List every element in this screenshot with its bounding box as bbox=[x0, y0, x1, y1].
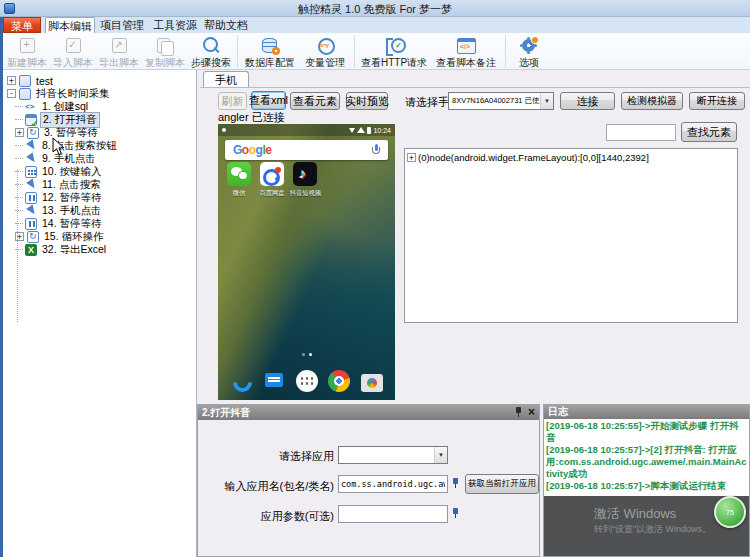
douyin-app-icon[interactable] bbox=[293, 162, 317, 186]
app-name-input[interactable] bbox=[338, 475, 448, 493]
node-item[interactable]: + (0)node(android.widget.FrameLayout):[0… bbox=[407, 152, 735, 163]
refresh-button[interactable]: 刷新 bbox=[218, 92, 247, 110]
douyin-app[interactable]: 抖音短视频 bbox=[288, 162, 322, 198]
find-element-button[interactable]: 查找元素 bbox=[681, 122, 737, 142]
collapse-icon[interactable]: - bbox=[7, 89, 16, 98]
location-icon bbox=[349, 128, 355, 133]
menu-button[interactable]: 菜单 bbox=[3, 17, 41, 33]
click-icon bbox=[25, 140, 37, 152]
expand-icon[interactable]: + bbox=[7, 76, 16, 85]
disconnect-button[interactable]: 断开连接 bbox=[689, 92, 745, 110]
google-logo: Google bbox=[233, 143, 271, 157]
cursor-icon bbox=[52, 137, 65, 156]
import-script-icon bbox=[62, 36, 84, 55]
log-list[interactable]: [2019-06-18 10:25:55]->开始测试步骤 打开抖音 [2019… bbox=[544, 419, 749, 496]
dock-app-drawer-icon[interactable] bbox=[296, 370, 318, 392]
tree-item-create-sql[interactable]: 1. 创建sql bbox=[7, 100, 196, 113]
dock-chrome-icon[interactable] bbox=[328, 370, 350, 392]
export-script-icon bbox=[108, 36, 130, 55]
element-search-input[interactable] bbox=[606, 124, 676, 141]
loop-icon bbox=[27, 127, 39, 139]
toolbar-separator bbox=[354, 35, 355, 67]
script-folder-icon bbox=[19, 88, 31, 100]
detect-emulator-button[interactable]: 检测模拟器 bbox=[621, 92, 683, 110]
tree-item-pause-wait-3[interactable]: + 3. 暂停等待 bbox=[7, 126, 196, 139]
toolbar: 新建脚本 导入脚本 导出脚本 复制脚本 步骤搜索 数据库配置 变量管理 查看HT… bbox=[0, 33, 750, 70]
view-http-button[interactable]: 查看HTTP请求 bbox=[358, 33, 430, 69]
activation-watermark-title: 激活 Windows bbox=[594, 505, 676, 523]
open-app-icon bbox=[25, 114, 37, 126]
mic-icon[interactable] bbox=[372, 144, 380, 156]
http-check-icon bbox=[383, 36, 405, 55]
view-xml-button[interactable]: 查看xml bbox=[251, 91, 286, 110]
variable-manage-button[interactable]: 变量管理 bbox=[299, 33, 351, 69]
connect-button[interactable]: 连接 bbox=[560, 92, 615, 110]
tree-item-test[interactable]: + test bbox=[7, 74, 196, 87]
step-panel-title: 2.打开抖音 bbox=[202, 405, 250, 420]
import-script-button[interactable]: 导入脚本 bbox=[50, 33, 96, 69]
options-button[interactable]: 选项 bbox=[509, 33, 549, 69]
baidu-netdisk-app[interactable]: 百度网盘 bbox=[255, 162, 289, 198]
app-select[interactable]: ▼ bbox=[338, 446, 448, 464]
tree-item-export-excel-32[interactable]: 32. 导出Excel bbox=[7, 243, 196, 256]
tree-item-pause-wait-12[interactable]: 12. 暂停等待 bbox=[7, 191, 196, 204]
new-script-button[interactable]: 新建脚本 bbox=[4, 33, 50, 69]
db-config-button[interactable]: 数据库配置 bbox=[241, 33, 299, 69]
tab-script-edit[interactable]: 脚本编辑 bbox=[45, 17, 95, 33]
dock-phone-icon[interactable] bbox=[230, 370, 252, 392]
tree-item-douyin-collection[interactable]: - 抖音长时间采集 bbox=[7, 87, 196, 100]
close-icon[interactable]: × bbox=[528, 407, 535, 418]
wechat-app-icon[interactable] bbox=[227, 162, 251, 186]
step-search-button[interactable]: 步骤搜索 bbox=[188, 33, 234, 69]
live-preview-button[interactable]: 实时预览 bbox=[346, 92, 388, 110]
device-select[interactable]: 8XV7N16A04002731 已使用 ▼ bbox=[448, 92, 554, 110]
tree-connector-line bbox=[17, 170, 18, 322]
dock-messages-icon[interactable] bbox=[263, 370, 285, 392]
tree-item-click-search-11[interactable]: 11. 点击搜索 bbox=[7, 178, 196, 191]
new-script-icon bbox=[16, 36, 38, 55]
dock-camera-icon[interactable] bbox=[361, 374, 383, 392]
variable-icon bbox=[314, 36, 336, 55]
search-icon bbox=[200, 36, 222, 55]
phone-screen[interactable]: 10:24 Google 微信 百度网盘 抖音短视频 bbox=[218, 124, 395, 400]
tree-item-open-douyin[interactable]: 2. 打开抖音 bbox=[7, 113, 196, 126]
tree-item-click-search-button-8[interactable]: 8. 点击搜索按钮 bbox=[7, 139, 196, 152]
tree-item-phone-click-13[interactable]: 13. 手机点击 bbox=[7, 204, 196, 217]
copy-script-icon bbox=[154, 36, 176, 55]
wechat-app[interactable]: 微信 bbox=[222, 162, 256, 198]
pin-icon[interactable] bbox=[515, 407, 522, 418]
expand-icon[interactable]: + bbox=[15, 128, 24, 137]
tree-item-phone-click-9[interactable]: 9. 手机点击 bbox=[7, 152, 196, 165]
expand-icon[interactable]: + bbox=[407, 153, 416, 162]
tab-help-doc[interactable]: 帮助文档 bbox=[203, 17, 249, 33]
log-panel: 日志 [2019-06-18 10:25:55]->开始测试步骤 打开抖音 [2… bbox=[543, 404, 750, 557]
google-search-bar[interactable]: Google bbox=[225, 140, 388, 160]
baidu-netdisk-app-icon[interactable] bbox=[260, 162, 284, 186]
tree-item-pause-wait-14[interactable]: 14. 暂停等待 bbox=[7, 217, 196, 230]
floating-ball[interactable]: 75 bbox=[714, 496, 746, 528]
export-script-button[interactable]: 导出脚本 bbox=[96, 33, 142, 69]
chevron-down-icon: ▼ bbox=[434, 447, 447, 463]
get-current-app-button[interactable]: 获取当前打开应用 bbox=[465, 474, 539, 494]
variable-pin-icon[interactable] bbox=[452, 478, 459, 489]
tab-tool-resource[interactable]: 工具资源 bbox=[152, 17, 198, 33]
tree-item-loop-15[interactable]: + 15. 循环操作 bbox=[7, 230, 196, 243]
keyboard-icon bbox=[25, 166, 37, 178]
toolbar-separator bbox=[237, 35, 238, 67]
tab-phone[interactable]: 手机 bbox=[203, 71, 249, 88]
gear-icon bbox=[518, 36, 540, 55]
phone-status-bar: 10:24 bbox=[218, 124, 395, 136]
script-tree: + test - 抖音长时间采集 1. 创建sql 2. 打开抖音 + 3. 暂… bbox=[3, 70, 197, 557]
copy-script-button[interactable]: 复制脚本 bbox=[142, 33, 188, 69]
view-element-button[interactable]: 查看元素 bbox=[290, 92, 340, 110]
script-folder-icon bbox=[19, 75, 31, 87]
app-param-input[interactable] bbox=[338, 505, 448, 523]
excel-icon bbox=[25, 244, 37, 256]
variable-pin-icon[interactable] bbox=[452, 508, 459, 519]
tree-item-key-input-10[interactable]: 10. 按键输入 bbox=[7, 165, 196, 178]
view-script-note-button[interactable]: 查看脚本备注 bbox=[430, 33, 502, 69]
tab-project-manage[interactable]: 项目管理 bbox=[99, 17, 145, 33]
step-panel-header: 2.打开抖音 × bbox=[198, 405, 539, 420]
select-app-label: 请选择应用 bbox=[204, 449, 334, 464]
home-apps: 微信 百度网盘 抖音短视频 bbox=[218, 162, 395, 214]
